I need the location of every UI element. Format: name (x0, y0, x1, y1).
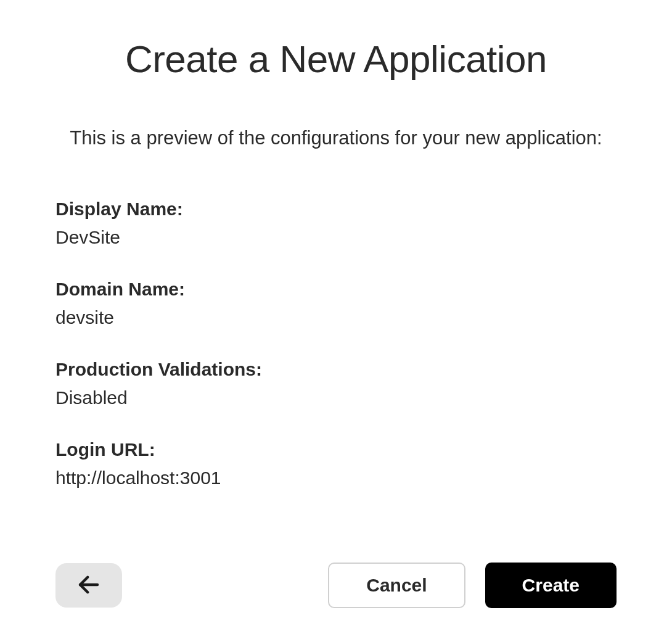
production-validations-label: Production Validations: (55, 359, 617, 380)
back-button[interactable] (55, 563, 122, 608)
footer-action-group: Cancel Create (328, 563, 617, 608)
arrow-left-icon (76, 572, 102, 600)
config-preview-list: Display Name: DevSite Domain Name: devsi… (55, 199, 617, 526)
config-item-production-validations: Production Validations: Disabled (55, 359, 617, 408)
display-name-label: Display Name: (55, 199, 617, 220)
page-subtitle: This is a preview of the configurations … (55, 127, 617, 149)
domain-name-value: devsite (55, 307, 617, 328)
footer-actions-bar: Cancel Create (55, 563, 617, 608)
cancel-button[interactable]: Cancel (328, 563, 465, 608)
page-title: Create a New Application (55, 37, 617, 81)
login-url-label: Login URL: (55, 439, 617, 460)
config-item-login-url: Login URL: http://localhost:3001 (55, 439, 617, 489)
display-name-value: DevSite (55, 227, 617, 248)
create-button[interactable]: Create (485, 563, 617, 608)
config-item-domain-name: Domain Name: devsite (55, 279, 617, 328)
login-url-value: http://localhost:3001 (55, 468, 617, 489)
domain-name-label: Domain Name: (55, 279, 617, 300)
config-item-display-name: Display Name: DevSite (55, 199, 617, 248)
production-validations-value: Disabled (55, 387, 617, 408)
